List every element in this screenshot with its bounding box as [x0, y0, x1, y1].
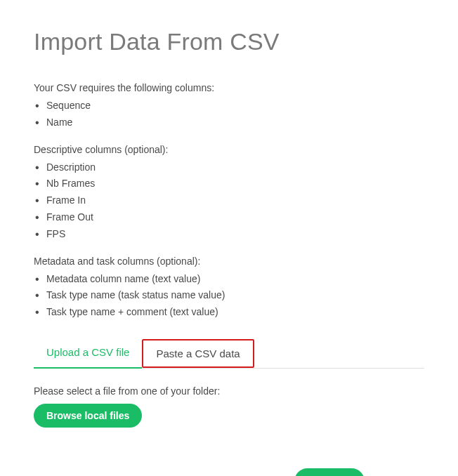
- list-item: Frame Out: [35, 209, 424, 226]
- list-item: Task type name + comment (text value): [35, 304, 424, 321]
- tabs: Upload a CSV file Paste a CSV data: [34, 339, 424, 369]
- list-item: FPS: [35, 226, 424, 243]
- list-item: Sequence: [35, 98, 424, 114]
- list-item: Frame In: [35, 192, 424, 209]
- metadata-columns-list: Metadata column name (text value) Task t…: [35, 271, 424, 321]
- required-columns-list: Sequence Name: [35, 98, 424, 131]
- footer-actions: Preview Cancel: [34, 468, 424, 476]
- preview-button[interactable]: Preview: [294, 468, 365, 476]
- tab-paste-csv[interactable]: Paste a CSV data: [142, 339, 254, 368]
- list-item: Task type name (task status name value): [35, 287, 424, 304]
- browse-local-files-button[interactable]: Browse local files: [34, 404, 142, 428]
- metadata-columns-heading: Metadata and task columns (optional):: [34, 256, 424, 267]
- file-select-prompt: Please select a file from one of your fo…: [34, 385, 424, 397]
- descriptive-columns-list: Description Nb Frames Frame In Frame Out…: [35, 159, 424, 243]
- page-title: Import Data From CSV: [34, 28, 424, 55]
- list-item: Name: [35, 114, 424, 131]
- list-item: Description: [35, 159, 424, 176]
- tab-upload-csv[interactable]: Upload a CSV file: [34, 339, 142, 369]
- list-item: Nb Frames: [35, 176, 424, 192]
- list-item: Metadata column name (text value): [35, 271, 424, 288]
- descriptive-columns-heading: Descriptive columns (optional):: [34, 144, 424, 155]
- required-columns-intro: Your CSV requires the following columns:: [34, 82, 424, 93]
